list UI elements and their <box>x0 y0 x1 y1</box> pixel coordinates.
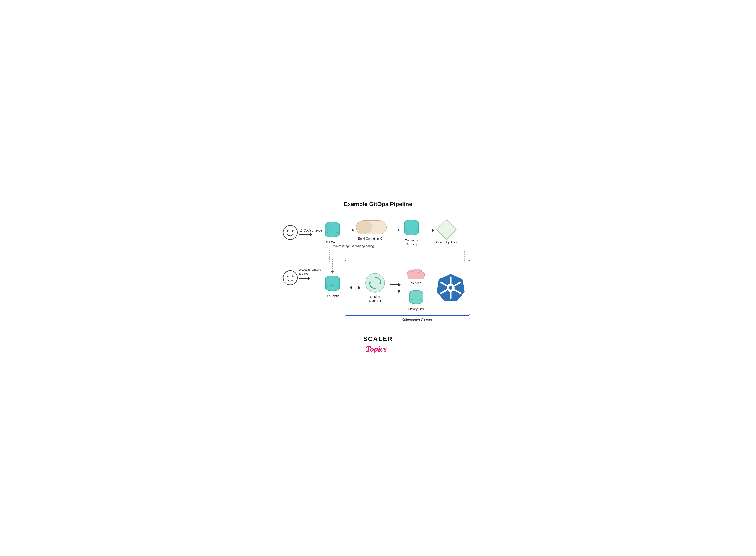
diamond-shape <box>436 219 457 240</box>
arrow-head-service <box>398 283 401 286</box>
deploy-operator-label: DeployOperator <box>369 294 381 303</box>
annotation-text: Update image in staging config <box>331 244 478 248</box>
svg-point-18 <box>292 275 294 277</box>
build-container-label: Build Container(CI) <box>358 237 385 241</box>
user-node-1 <box>283 225 298 240</box>
arrow-head-left <box>350 286 352 289</box>
arrow-head-deployment <box>398 289 401 293</box>
arrow-head-right <box>358 286 361 289</box>
arrow-line-deployment <box>390 291 398 291</box>
arrow-to-build <box>343 229 354 232</box>
deployment-node: Deployment <box>405 289 427 311</box>
arrow-to-registry <box>389 229 400 232</box>
git-config-group: Git Config <box>324 259 341 298</box>
dashed-down-arrow <box>331 259 334 273</box>
svg-point-17 <box>287 275 289 277</box>
deploy-operator-icon <box>365 273 385 293</box>
svg-point-24 <box>366 273 385 292</box>
svg-rect-31 <box>408 276 424 279</box>
smiley-icon-1 <box>283 225 298 240</box>
step2-group: 2/ Merge Stagingto Prod <box>299 268 324 280</box>
svg-point-47 <box>449 286 453 289</box>
arrow-line-bi <box>352 287 358 288</box>
svg-point-21 <box>325 285 339 291</box>
svg-point-2 <box>292 230 294 232</box>
arrow-to-service <box>390 283 401 286</box>
git-code-node: Git Code <box>323 221 341 244</box>
step2-label: 2/ Merge Stagingto Prod <box>299 268 324 276</box>
config-updater-icon <box>438 221 456 239</box>
arrow-head-4 <box>432 229 434 232</box>
build-container-node: Build Container(CI) <box>356 220 387 241</box>
git-config-icon <box>324 274 341 292</box>
step1-label: 1/ Code change <box>300 229 322 232</box>
svg-point-6 <box>325 232 339 237</box>
bi-arrow-group <box>350 286 361 289</box>
k8s-cluster-box: DeployOperator <box>345 260 470 316</box>
arrow-line-2 <box>343 230 352 231</box>
config-updater-label: Config Updater <box>436 240 457 244</box>
scaler-brand: SCALER <box>278 335 478 342</box>
bottom-row: 2/ Merge Stagingto Prod <box>278 259 478 316</box>
svg-point-13 <box>404 230 419 235</box>
kubernetes-logo-node <box>436 273 465 303</box>
diagram-title: Example GitOps Pipeline <box>278 201 478 208</box>
dashed-vertical-line <box>332 259 333 271</box>
step1-arrow-group: 1/ Code change <box>299 229 322 236</box>
arrow-to-deployment <box>390 289 401 293</box>
arrow-right-to-deploy <box>350 286 361 289</box>
cluster-label: Kubernetes Cluster <box>356 318 478 322</box>
deploy-operator-node: DeployOperator <box>365 273 385 303</box>
arrow-line-4 <box>423 230 432 231</box>
arrow-line-5 <box>299 278 308 279</box>
svg-point-34 <box>409 299 423 304</box>
scaler-logo: SCALER Topics <box>278 335 478 355</box>
git-config-label: Git Config <box>326 294 339 298</box>
arrow-to-gitconfig <box>299 277 310 280</box>
arrow-head-3 <box>398 229 400 232</box>
scaler-topics: Topics <box>278 342 478 355</box>
topics-script-icon: Topics <box>365 342 391 353</box>
container-registry-node: ContainerRegistry <box>401 219 422 246</box>
service-deployment-group: Service Deployment <box>405 265 427 311</box>
main-diagram: 1/ Code change <box>278 219 478 322</box>
smiley-icon-2 <box>283 270 298 285</box>
branch-group <box>390 283 401 293</box>
arrow-line-service <box>390 284 398 285</box>
dashed-arrow-head <box>331 271 334 273</box>
svg-point-0 <box>283 225 297 240</box>
arrow-to-git <box>299 233 313 236</box>
arrow-line-3 <box>389 230 398 231</box>
deployment-icon <box>407 289 425 305</box>
svg-point-1 <box>287 230 289 232</box>
service-node: Service <box>405 265 427 285</box>
git-code-icon <box>323 221 341 239</box>
service-icon <box>405 265 427 279</box>
service-label: Service <box>411 281 422 285</box>
arrow-head-1 <box>310 233 313 236</box>
user-node-2 <box>283 270 298 285</box>
svg-text:Topics: Topics <box>366 345 387 353</box>
config-updater-node: Config Updater <box>436 221 457 244</box>
git-code-label: Git Code <box>326 240 338 244</box>
arrow-line-1 <box>299 235 310 235</box>
build-container-icon <box>356 220 387 235</box>
deployment-label: Deployment <box>408 307 425 311</box>
arrow-head-5 <box>308 277 310 280</box>
arrow-to-config-updater <box>423 229 434 232</box>
arrow-head-2 <box>352 229 354 232</box>
diagram-container: Example GitOps Pipeline 1/ Code change <box>278 201 478 355</box>
kubernetes-icon <box>436 273 465 302</box>
container-registry-icon <box>403 219 421 237</box>
svg-point-10 <box>357 221 372 234</box>
svg-point-16 <box>283 271 297 285</box>
